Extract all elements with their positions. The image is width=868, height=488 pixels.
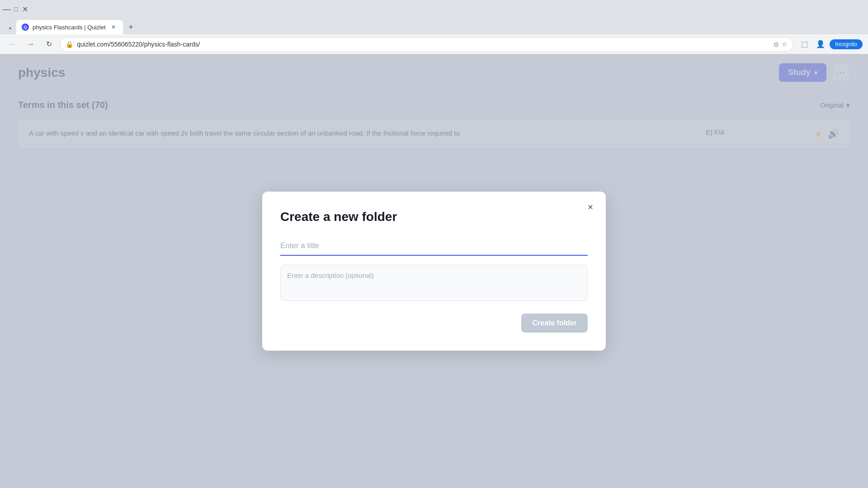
tab-dropdown-button[interactable]: ▾ (4, 22, 16, 34)
modal-close-button[interactable]: × (582, 199, 599, 215)
active-tab[interactable]: Q physics Flashcards | Quizlet ✕ (16, 20, 123, 34)
close-icon: × (588, 202, 593, 212)
browser-titlebar: — □ ✕ (0, 0, 868, 18)
security-icon: 🔒 (66, 41, 73, 48)
forward-button[interactable]: → (24, 37, 38, 52)
create-folder-modal: × Create a new folder Create folder (262, 192, 606, 351)
browser-chrome: — □ ✕ ▾ Q physics Flashcards | Quizlet ✕… (0, 0, 868, 54)
modal-overlay: × Create a new folder Create folder (0, 54, 868, 488)
modal-footer: Create folder (280, 314, 588, 333)
folder-description-input[interactable] (280, 265, 588, 301)
folder-title-input[interactable] (280, 237, 588, 256)
address-security-icon: 🔒 (66, 41, 73, 48)
tab-close-button[interactable]: ✕ (109, 23, 118, 31)
back-button[interactable]: ← (5, 37, 20, 52)
modal-title: Create a new folder (280, 210, 588, 224)
tab-title: physics Flashcards | Quizlet (33, 24, 106, 31)
toolbar-right: ⬚ 👤 Incognito (797, 37, 863, 52)
profile-icon[interactable]: 👤 (813, 37, 828, 52)
tab-bar: ▾ Q physics Flashcards | Quizlet ✕ + (0, 18, 868, 34)
cast-icon[interactable]: ⬚ (797, 37, 811, 52)
reload-button[interactable]: ↻ (42, 37, 56, 52)
bookmark-icon[interactable]: ☆ (782, 41, 788, 48)
tab-favicon: Q (22, 23, 29, 31)
new-tab-button[interactable]: + (125, 21, 137, 33)
url-text: quizlet.com/556065220/physics-flash-card… (77, 41, 770, 48)
create-folder-label: Create folder (532, 319, 577, 327)
create-folder-button[interactable]: Create folder (521, 314, 588, 333)
close-window-button[interactable]: ✕ (22, 6, 28, 12)
minimize-button[interactable]: — (4, 6, 10, 12)
incognito-button[interactable]: Incognito (830, 39, 863, 49)
maximize-button[interactable]: □ (13, 6, 19, 12)
lens-icon: ⊙ (774, 41, 779, 48)
address-bar[interactable]: 🔒 quizlet.com/556065220/physics-flash-ca… (60, 37, 793, 52)
incognito-label: Incognito (835, 41, 857, 47)
browser-toolbar: ← → ↻ 🔒 quizlet.com/556065220/physics-fl… (0, 34, 868, 54)
window-controls: — □ ✕ (4, 6, 28, 12)
page-content: physics Study ▾ ··· Terms in this set (7… (0, 54, 868, 488)
